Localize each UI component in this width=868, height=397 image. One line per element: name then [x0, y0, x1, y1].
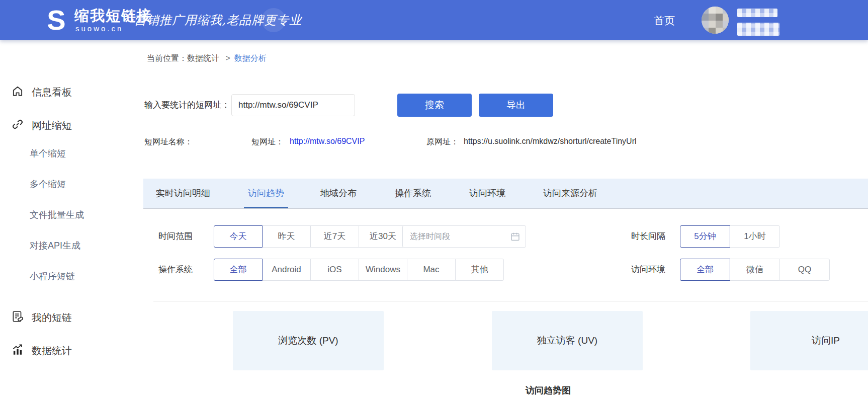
option-env-all[interactable]: 全部 [680, 259, 730, 281]
bar-chart-icon [11, 343, 24, 359]
sidebar-item-data-statistics[interactable]: 数据统计 [0, 343, 72, 358]
search-url-label: 输入要统计的短网址： [144, 94, 230, 117]
env-options: 全部 微信 QQ [680, 259, 830, 281]
brand-domain: suowo.cn [75, 24, 123, 33]
sidebar-item-label: 信息看板 [32, 86, 72, 99]
original-url-label: 原网址： [426, 137, 459, 147]
tab-operating-system[interactable]: 操作系统 [395, 179, 431, 208]
link-icon [11, 118, 24, 133]
section-divider [153, 301, 868, 301]
option-os-windows[interactable]: Windows [359, 259, 407, 281]
sidebar-subitem-api-generate[interactable]: 对接API生成 [30, 239, 80, 252]
document-icon [11, 310, 24, 326]
header: S 缩我短链接 suowo.cn ·营销推广用缩我,老品牌更专业 首页 [0, 0, 868, 40]
breadcrumb-parent: 数据统计 [187, 54, 219, 62]
export-button[interactable]: 导出 [479, 94, 553, 117]
sidebar-item-label: 我的短链 [32, 311, 72, 325]
breadcrumb-prefix: 当前位置： [147, 54, 187, 62]
option-5min[interactable]: 5分钟 [680, 225, 730, 248]
visit-trend-chart-title: 访问趋势图 [153, 384, 868, 396]
breadcrumb-current[interactable]: 数据分析 [234, 54, 267, 62]
option-last30days[interactable]: 近30天 [359, 225, 407, 248]
sidebar-item-label: 网址缩短 [32, 119, 72, 132]
option-os-ios[interactable]: iOS [310, 259, 359, 281]
option-today[interactable]: 今天 [214, 225, 263, 248]
tab-realtime-detail[interactable]: 实时访问明细 [156, 179, 210, 208]
stat-card-ip: 访问IP [750, 311, 868, 370]
sidebar-item-my-links[interactable]: 我的短链 [0, 310, 72, 325]
decorative-circle [262, 8, 286, 32]
tab-visit-source[interactable]: 访问来源分析 [543, 179, 597, 208]
avatar-pixelated-image [702, 7, 729, 34]
tab-visit-trend[interactable]: 访问趋势 [248, 179, 284, 208]
sidebar-subitem-single-shorten[interactable]: 单个缩短 [30, 147, 66, 160]
os-options: 全部 Android iOS Windows Mac 其他 [214, 259, 504, 281]
tab-visit-environment[interactable]: 访问环境 [469, 179, 505, 208]
tab-region-distribution[interactable]: 地域分布 [320, 179, 357, 208]
sidebar-item-label: 数据统计 [32, 344, 72, 358]
sidebar-item-url-shorten[interactable]: 网址缩短 [0, 118, 72, 133]
sidebar-subitem-file-batch[interactable]: 文件批量生成 [30, 208, 84, 221]
option-last7days[interactable]: 近7天 [310, 225, 359, 248]
short-url-name-label: 短网址名称： [144, 137, 193, 147]
stat-card-pv: 浏览次数 (PV) [233, 311, 384, 370]
page: S 缩我短链接 suowo.cn ·营销推广用缩我,老品牌更专业 首页 当前位置… [0, 0, 868, 397]
option-env-wechat[interactable]: 微信 [730, 259, 780, 281]
interval-options: 5分钟 1小时 [680, 225, 780, 248]
stat-card-uv: 独立访客 (UV) [492, 311, 643, 370]
date-range-input[interactable] [403, 226, 506, 247]
short-url-label: 短网址： [251, 137, 284, 147]
option-os-other[interactable]: 其他 [455, 259, 504, 281]
sidebar-subitem-multi-shorten[interactable]: 多个缩短 [30, 178, 66, 191]
os-label: 操作系统 [158, 259, 193, 281]
interval-label: 时长间隔 [631, 225, 665, 248]
sidebar-subitem-miniprogram-link[interactable]: 小程序短链 [30, 270, 75, 283]
short-url-input[interactable] [231, 94, 355, 116]
nav-home-link[interactable]: 首页 [654, 14, 675, 28]
option-1hour[interactable]: 1小时 [730, 225, 780, 248]
original-url-value: https://u.suolink.cn/mkdwz/shorturl/crea… [464, 137, 637, 146]
time-range-options: 今天 昨天 近7天 近30天 [214, 225, 407, 248]
username-redacted-line1 [737, 9, 777, 17]
user-avatar[interactable] [702, 7, 729, 34]
breadcrumb-separator: > [225, 54, 230, 62]
home-icon [11, 85, 24, 100]
env-label: 访问环境 [631, 259, 665, 281]
calendar-icon [510, 231, 520, 244]
short-url-link[interactable]: http://mtw.so/69CVIP [290, 137, 365, 146]
option-os-android[interactable]: Android [262, 259, 311, 281]
sidebar-item-dashboard[interactable]: 信息看板 [0, 85, 72, 100]
time-range-label: 时间范围 [158, 225, 193, 248]
option-yesterday[interactable]: 昨天 [262, 225, 311, 248]
option-os-all[interactable]: 全部 [214, 259, 263, 281]
option-os-mac[interactable]: Mac [407, 259, 456, 281]
search-button[interactable]: 搜索 [397, 94, 472, 117]
brand-logo-icon[interactable]: S [43, 6, 69, 34]
breadcrumb: 当前位置：数据统计 >数据分析 [147, 53, 267, 64]
option-env-qq[interactable]: QQ [779, 259, 830, 281]
analytics-tab-bar: 实时访问明细 访问趋势 地域分布 操作系统 访问环境 访问来源分析 [143, 179, 868, 209]
username-redacted-line2 [737, 23, 779, 36]
date-range-picker[interactable] [402, 225, 526, 248]
